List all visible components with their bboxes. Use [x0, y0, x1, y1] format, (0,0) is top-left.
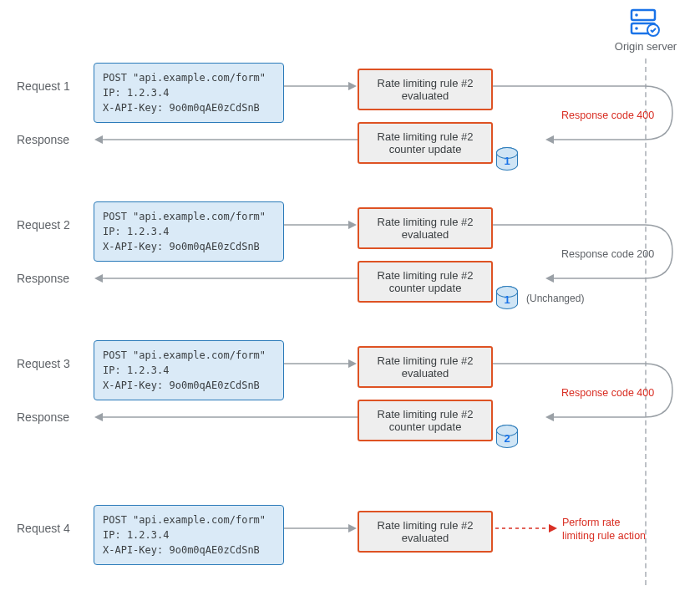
rule-update-box-2: Rate limiting rule #2counter update: [358, 261, 493, 303]
request-1-box: POST "api.example.com/form" IP: 1.2.3.4 …: [94, 63, 284, 123]
svg-point-2: [635, 13, 638, 17]
rule-eval-box-2: Rate limiting rule #2evaluated: [358, 207, 493, 249]
request-3-box: POST "api.example.com/form" IP: 1.2.3.4 …: [94, 340, 284, 400]
counter-1: 1: [496, 147, 518, 171]
request-2-box: POST "api.example.com/form" IP: 1.2.3.4 …: [94, 201, 284, 262]
response-1-label: Response: [17, 133, 69, 146]
request-1-label: Request 1: [17, 79, 70, 93]
response-code-2: Response code 200: [561, 248, 654, 260]
response-3-label: Response: [17, 410, 69, 424]
origin-server-label: Origin server: [596, 40, 696, 53]
rule-update-box-3: Rate limiting rule #2counter update: [358, 400, 493, 441]
perform-action-text: Perform ratelimiting rule action: [562, 516, 646, 543]
counter-3: 2: [496, 425, 518, 448]
unchanged-label: (Unchanged): [526, 293, 584, 304]
origin-server-line: [645, 59, 647, 585]
rule-eval-box-3: Rate limiting rule #2evaluated: [358, 346, 493, 388]
request-4-label: Request 4: [17, 522, 70, 535]
response-code-1: Response code 400: [561, 110, 654, 121]
response-2-label: Response: [17, 272, 69, 285]
server-icon: [630, 8, 660, 40]
rule-update-box-1: Rate limiting rule #2counter update: [358, 122, 493, 164]
request-2-label: Request 2: [17, 218, 70, 232]
request-4-box: POST "api.example.com/form" IP: 1.2.3.4 …: [94, 505, 284, 565]
response-code-3: Response code 400: [561, 387, 654, 399]
request-3-label: Request 3: [17, 357, 70, 370]
diagram-canvas: Origin server Request 1 POST "api.exampl…: [0, 0, 700, 591]
rule-eval-box-1: Rate limiting rule #2evaluated: [358, 69, 493, 110]
counter-2: 1: [496, 286, 518, 309]
rule-eval-box-4: Rate limiting rule #2evaluated: [358, 511, 493, 553]
svg-point-3: [635, 27, 638, 30]
